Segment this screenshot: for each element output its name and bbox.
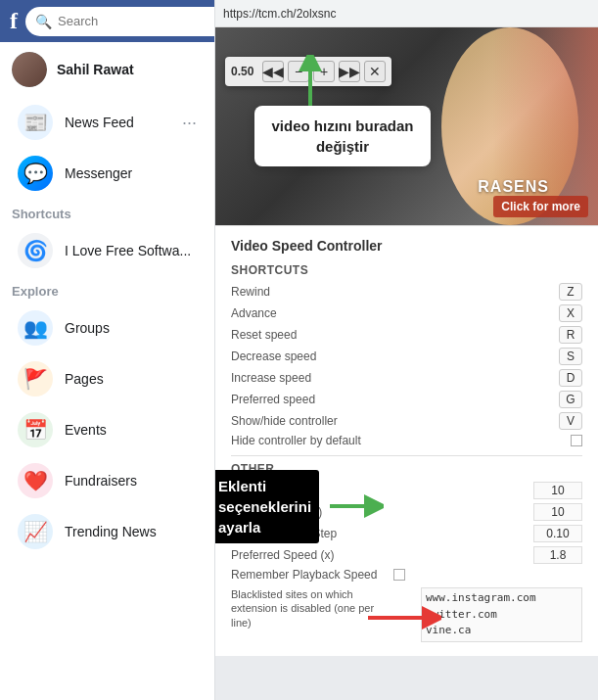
more-options-icon[interactable]: ··· [182,113,197,133]
other-value[interactable]: 1.8 [533,546,582,564]
video-annotation: video hızını buradan değiştir [254,106,431,166]
shortcut-preferred-speed: Preferred speed G [231,389,582,410]
messenger-icon: 💬 [18,156,53,191]
sidebar-item-label: Pages [65,371,104,387]
speed-display: 0.50 [231,65,258,78]
red-arrow-blacklist [363,593,441,642]
extension-panel: Video Speed Controller Shortcuts Rewind … [215,225,598,656]
sidebar-item-trending-news[interactable]: 📈 Trending News [6,506,208,557]
sidebar-item-news-feed[interactable]: 📰 News Feed ··· [6,97,208,148]
rewind-button[interactable]: ◀◀ [262,61,284,82]
shortcut-label: Preferred speed [231,393,559,406]
sidebar-item-pages[interactable]: 🚩 Pages [6,353,208,404]
extension-panel-wrapper: Video Speed Controller Shortcuts Rewind … [215,225,598,656]
sidebar-user[interactable]: Sahil Rawat [0,42,214,97]
sidebar-item-groups[interactable]: 👥 Groups [6,303,208,353]
sidebar-item-label: Events [65,422,107,438]
remember-checkbox[interactable] [393,569,405,581]
shortcut-label: Decrease speed [231,350,559,363]
key-badge: S [559,348,582,365]
close-controller-button[interactable]: ✕ [364,61,386,82]
main-content: https://tcm.ch/2olxsnc 0.50 ◀◀ − + ▶▶ ✕ [215,0,598,700]
key-badge: V [559,412,582,430]
shortcut-label: Reset speed [231,328,559,342]
advance-time-row: Advance Time (s) 10 [231,501,582,523]
shortcut-label: Increase speed [231,371,559,385]
extension-title: Video Speed Controller [231,238,582,254]
shortcuts-section-title: Shortcuts [0,199,214,225]
sidebar-item-label: Groups [65,320,110,336]
remember-label: Remember Playback Speed [231,568,388,582]
shortcut-show-hide: Show/hide controller V [231,410,582,432]
key-badge: D [559,369,582,387]
sidebar-item-label: News Feed [65,115,134,130]
other-value[interactable]: 10 [533,503,582,521]
events-icon: 📅 [18,412,53,447]
search-bar[interactable]: 🔍 [25,7,215,36]
other-label: Rewind Time (s) [231,484,388,497]
key-badge: G [559,391,582,408]
explore-section-title: Explore [0,276,214,303]
pages-icon: 🚩 [18,361,53,397]
other-label: Speed Change Step [231,527,388,540]
news-feed-icon: 📰 [18,105,53,140]
other-label: Preferred Speed (x) [231,548,388,562]
video-section: https://tcm.ch/2olxsnc 0.50 ◀◀ − + ▶▶ ✕ [215,0,598,225]
video-url: https://tcm.ch/2olxsnc [223,7,336,21]
shortcuts-heading: Shortcuts [231,263,582,277]
key-badge: X [559,304,582,322]
other-value[interactable]: 10 [533,482,582,499]
hide-controller-checkbox[interactable] [571,435,582,446]
preferred-speed-row: Preferred Speed (x) 1.8 [231,544,582,566]
avatar [12,52,47,87]
blacklist-textarea[interactable]: www.instagram.com twitter.com vine.ca [421,587,582,642]
shortcut-label: Advance [231,306,559,320]
key-badge: R [559,326,582,344]
video-url-bar: https://tcm.ch/2olxsnc [215,0,598,27]
brand-overlay: RASENS [478,178,549,196]
shortcut-label: Rewind [231,285,559,299]
other-value[interactable]: 0.10 [533,525,582,542]
facebook-header: f 🔍 [0,0,214,42]
green-arrow-to-controller [296,55,325,114]
search-input[interactable] [58,14,215,28]
speed-change-step-row: Speed Change Step 0.10 [231,523,582,544]
divider [231,455,582,456]
other-heading: Other [231,462,582,476]
shortcut-increase-speed: Increase speed D [231,367,582,389]
sidebar-item-fundraisers[interactable]: ❤️ Fundraisers [6,455,208,506]
facebook-logo: f [10,8,18,34]
user-name: Sahil Rawat [57,62,134,77]
video-background: 0.50 ◀◀ − + ▶▶ ✕ video hızını buradan de… [215,27,598,225]
key-badge: Z [559,283,582,301]
sidebar: f 🔍 Sahil Rawat 📰 News Feed ··· 💬 Messen… [0,0,215,700]
shortcut-decrease-speed: Decrease speed S [231,346,582,367]
sidebar-item-label: Fundraisers [65,473,137,489]
shortcut-icon: 🌀 [18,233,53,268]
shortcut-rewind: Rewind Z [231,281,582,303]
shortcut-reset-speed: Reset speed R [231,324,582,346]
sidebar-item-label: Trending News [65,524,157,539]
other-label: Advance Time (s) [231,505,388,519]
sidebar-item-label: Messenger [65,165,132,181]
blacklist-label: Blacklisted sites on which extension is … [231,587,378,630]
trending-icon: 📈 [18,514,53,549]
rewind-time-row: Rewind Time (s) 10 [231,480,582,501]
hide-controller-label: Hide controller by default [231,434,565,447]
sidebar-item-messenger[interactable]: 💬 Messenger [6,148,208,199]
sidebar-item-love-free-softwa[interactable]: 🌀 I Love Free Softwa... [6,225,208,276]
fundraisers-icon: ❤️ [18,463,53,498]
fast-forward-button[interactable]: ▶▶ [339,61,360,82]
sidebar-item-events[interactable]: 📅 Events [6,404,208,455]
shortcut-label: Show/hide controller [231,414,559,428]
search-icon: 🔍 [35,14,52,29]
groups-icon: 👥 [18,310,53,346]
hide-controller-row[interactable]: Hide controller by default [231,432,582,449]
shortcut-advance: Advance X [231,303,582,324]
click-for-more-label[interactable]: Click for more [493,196,588,217]
remember-playback-row[interactable]: Remember Playback Speed [231,566,582,583]
sidebar-item-label: I Love Free Softwa... [65,243,191,258]
